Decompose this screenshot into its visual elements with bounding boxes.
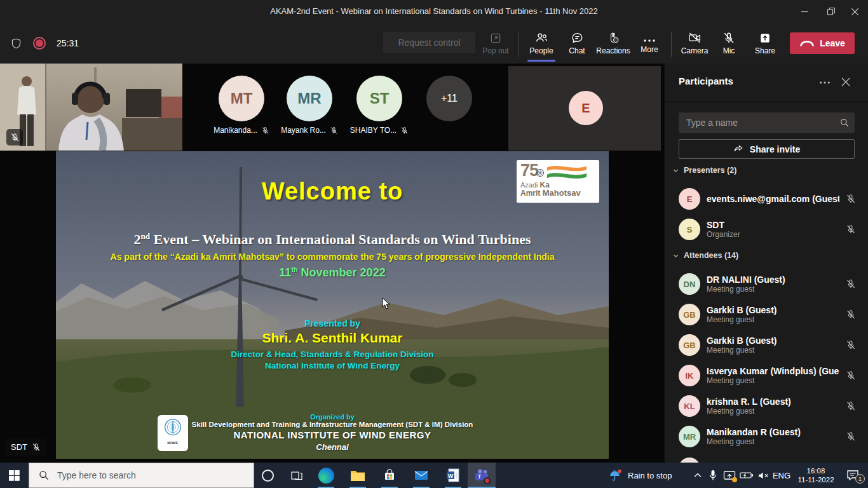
ashoka-chakra-icon [536, 168, 545, 177]
mic-off-icon [846, 401, 856, 411]
avatar: IK [679, 365, 700, 386]
participant-name: Manikanda... [214, 126, 257, 135]
participant-name: SDT [707, 220, 839, 230]
slide-organizing-city: Chennai [56, 442, 609, 452]
share-button[interactable]: Share [747, 23, 783, 64]
attendees-section-header[interactable]: Attendees (14) [672, 251, 738, 260]
overflow-participants-tile[interactable]: +11 [411, 64, 487, 151]
participant-subtitle: Meeting guest [707, 437, 839, 446]
participant-info: SDT Organizer [707, 214, 839, 245]
active-tab-indicator [527, 60, 555, 62]
more-options-icon[interactable] [819, 81, 831, 85]
azadi-word: Amrit [520, 189, 540, 198]
mic-label: Mic [723, 46, 735, 55]
toolbar-divider [671, 32, 672, 57]
word-button[interactable]: W [438, 463, 468, 488]
participant-info: Isverya Kumar (Windplus) (Guest) Meeting… [707, 360, 839, 391]
umbrella-weather-icon [609, 469, 622, 482]
slide-presenter-name: Shri. A. Senthil Kumar [56, 330, 609, 346]
chevron-down-icon [672, 167, 679, 174]
people-label: People [529, 46, 553, 55]
mail-button[interactable] [407, 463, 436, 488]
share-invite-button[interactable]: Share invite [679, 139, 855, 159]
mic-off-icon [846, 340, 856, 350]
participant-row[interactable]: GB Garkki B (Guest) Meeting guest [665, 330, 868, 360]
participant-info: DR NALINI (Guest) Meeting guest [707, 269, 839, 299]
tray-cast-button[interactable] [721, 463, 738, 488]
avatar: KL [679, 395, 700, 417]
participant-video-tile[interactable]: MT Manikanda... [203, 64, 280, 151]
mic-off-icon [330, 126, 338, 135]
meeting-status: 25:31 [10, 23, 79, 64]
avatar: E [679, 188, 700, 210]
weather-widget[interactable]: Rain to stop [609, 463, 672, 488]
minimize-button[interactable] [791, 0, 818, 23]
edge-browser-button[interactable] [311, 463, 341, 488]
tray-expand-button[interactable] [690, 463, 705, 488]
more-button[interactable]: More [634, 23, 665, 64]
reactions-button[interactable]: Reactions [593, 23, 633, 64]
people-tab[interactable]: People [524, 23, 559, 64]
participant-row[interactable]: DN DR NALINI (Guest) Meeting guest [665, 269, 868, 299]
clock[interactable]: 16:08 11-11-2022 [793, 463, 839, 488]
cortana-button[interactable] [253, 463, 282, 488]
mic-off-icon [846, 370, 856, 381]
request-control-button[interactable]: Request control [383, 32, 475, 53]
participant-row[interactable]: KL krishna R. L (Guest) Meeting guest [665, 391, 868, 421]
file-explorer-button[interactable] [343, 463, 372, 488]
task-view-button[interactable] [282, 463, 311, 488]
chat-label: Chat [569, 46, 585, 55]
participant-row[interactable]: MR Manikandan R (Guest) Meeting guest [665, 421, 868, 452]
share-invite-label: Share invite [750, 144, 800, 154]
toolbar-divider [519, 32, 519, 57]
taskbar-search-input[interactable] [29, 463, 254, 488]
teams-button[interactable]: T [468, 463, 496, 488]
mic-toggle[interactable]: Mic [714, 23, 743, 64]
participant-search-input[interactable] [679, 112, 855, 133]
presenters-section-header[interactable]: Presenters (2) [672, 166, 736, 175]
tray-battery-button[interactable] [738, 463, 755, 488]
microsoft-store-button[interactable] [375, 463, 404, 488]
minimize-icon [801, 8, 808, 15]
participant-name: Garkki B (Guest) [707, 336, 839, 346]
avatar: E [569, 91, 603, 125]
maximize-button[interactable] [818, 0, 844, 23]
pop-out-button[interactable]: Pop out [478, 23, 513, 64]
tray-mic-button[interactable] [705, 463, 721, 488]
participant-row[interactable]: S SDT Organizer [665, 214, 868, 245]
chat-icon [571, 31, 584, 44]
india-flag-icon [546, 162, 588, 181]
language-indicator[interactable]: ENG [770, 463, 793, 488]
date-ordinal: th [291, 266, 297, 273]
participant-row[interactable]: GB Garkki B (Guest) Meeting guest [665, 299, 868, 330]
webcam-video-tile[interactable] [0, 64, 182, 151]
leave-button[interactable]: Leave [790, 32, 855, 54]
event-ordinal: nd [141, 231, 151, 241]
meeting-timer: 25:31 [57, 38, 79, 48]
azadi-logo-top: 75 [520, 162, 595, 181]
mic-off-icon [32, 443, 41, 452]
participant-row[interactable]: IK Isverya Kumar (Windplus) (Guest) Meet… [665, 360, 868, 391]
mic-off-icon [846, 194, 856, 204]
windows-logo-icon [9, 470, 20, 481]
camera-toggle[interactable]: Camera [676, 23, 713, 64]
teams-meeting-window: { "window": { "title": "AKAM-2nd Event -… [0, 0, 868, 488]
more-label: More [641, 45, 658, 54]
participant-video-tile[interactable]: ST SHAIBY TO... [341, 64, 417, 151]
cast-status-dot [732, 477, 737, 482]
tray-volume-button[interactable] [755, 463, 771, 488]
start-button[interactable] [0, 463, 29, 488]
close-panel-icon[interactable] [841, 78, 850, 86]
participant-video-tile[interactable]: MR Mayank Ro... [271, 64, 348, 151]
folder-icon [350, 469, 365, 482]
participant-row[interactable]: E events.niwe@gmail.com (Guest) [665, 184, 868, 214]
close-button[interactable] [841, 0, 868, 23]
action-center-button[interactable]: 1 [840, 463, 865, 488]
spotlight-participant-tile[interactable]: E [508, 66, 661, 151]
chevron-down-icon [672, 252, 679, 259]
chat-button[interactable]: Chat [560, 23, 593, 64]
participant-row[interactable]: MT Manikandan Tha... (Guest) [665, 452, 868, 463]
video-tile-label: Manikanda... [203, 126, 280, 135]
close-icon [851, 8, 858, 15]
participant-info: Manikandan Tha... (Guest) [707, 452, 839, 463]
